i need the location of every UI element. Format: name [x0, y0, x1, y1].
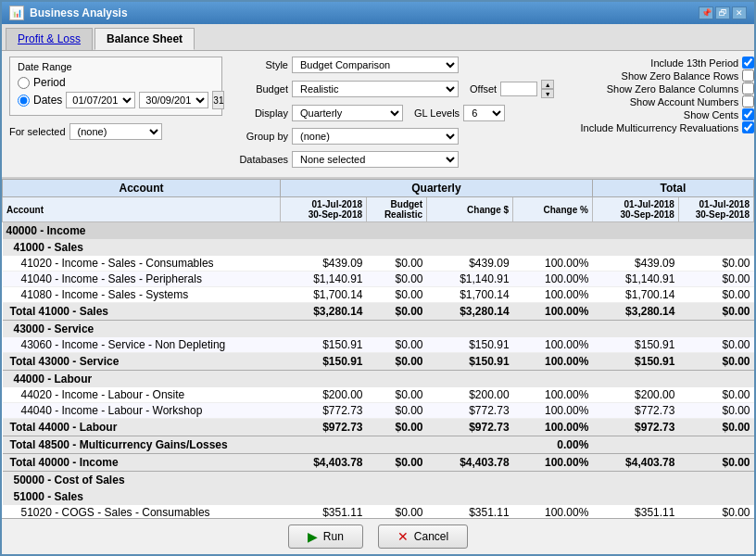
value-cell: $351.11 — [427, 505, 513, 518]
value-cell: $972.73 — [427, 419, 513, 436]
value-cell: $4,403.78 — [281, 454, 367, 472]
value-cell — [281, 488, 367, 505]
offset-input[interactable]: 0 — [500, 82, 537, 96]
value-cell: 100.00% — [513, 353, 593, 371]
value-cell — [281, 222, 367, 240]
gl-levels-select[interactable]: 6 — [463, 105, 505, 121]
zero-balance-cols-label: Show Zero Balance Columns — [607, 83, 738, 95]
zero-balance-cols-checkbox[interactable] — [742, 82, 754, 95]
display-row: Display Quarterly GL Levels 6 — [237, 105, 554, 121]
show-cents-checkbox[interactable] — [742, 108, 754, 120]
value-cell: $0.00 — [678, 287, 753, 303]
account-cell: 40000 - Income — [3, 222, 281, 240]
total-row: Total 41000 - Sales$3,280.14$0.00$3,280.… — [3, 303, 754, 321]
sub-section-row: 51000 - Sales — [3, 488, 754, 505]
value-cell: $3,280.14 — [281, 303, 367, 321]
restore-button[interactable]: 🗗 — [715, 6, 730, 19]
value-cell — [678, 371, 753, 388]
value-cell — [367, 488, 427, 505]
tab-profit-loss[interactable]: Profit & Loss — [6, 28, 93, 50]
value-cell: $0.00 — [678, 256, 753, 272]
value-cell — [427, 321, 513, 338]
value-cell — [367, 222, 427, 240]
group-by-select[interactable]: (none) — [292, 128, 459, 145]
sub-section-row: 43000 - Service — [3, 321, 754, 338]
value-cell — [281, 321, 367, 338]
value-cell — [367, 239, 427, 256]
account-cell: 41000 - Sales — [3, 239, 281, 256]
account-sub-header: Account — [3, 197, 281, 222]
dates-label: Dates — [33, 94, 62, 107]
include-13th-label: Include 13th Period — [650, 57, 738, 69]
gl-levels-label: GL Levels — [414, 107, 460, 119]
checkbox-zero-balance-rows: Show Zero Balance Rows — [569, 70, 754, 82]
value-cell — [592, 436, 678, 454]
for-selected-row: For selected (none) — [9, 123, 222, 140]
multicurrency-checkbox[interactable] — [742, 121, 754, 133]
value-cell: $1,140.91 — [427, 272, 513, 287]
title-bar: 📊 Business Analysis 📌 🗗 ✕ — [2, 2, 754, 24]
middle-panel: Style Budget Comparison Budget Realistic… — [237, 57, 554, 171]
account-cell: 44000 - Labour — [3, 371, 281, 388]
budget-row: Budget Realistic Offset 0 ▲ ▼ — [237, 80, 554, 98]
value-cell — [678, 239, 753, 256]
value-cell — [592, 488, 678, 505]
sub-section-row: 50000 - Cost of Sales — [3, 472, 754, 488]
value-cell — [281, 371, 367, 388]
period-radio[interactable] — [18, 77, 30, 89]
data-row: 41080 - Income - Sales - Systems$1,700.1… — [3, 287, 754, 303]
value-cell: $1,700.14 — [281, 287, 367, 303]
style-select[interactable]: Budget Comparison — [292, 57, 459, 73]
value-cell: $0.00 — [678, 272, 753, 287]
data-row: 43060 - Income - Service - Non Depleting… — [3, 337, 754, 353]
tab-balance-sheet[interactable]: Balance Sheet — [94, 28, 195, 50]
value-cell — [513, 222, 593, 240]
value-cell — [513, 371, 593, 388]
title-bar-controls: 📌 🗗 ✕ — [699, 6, 747, 19]
value-cell: $439.09 — [592, 256, 678, 272]
account-cell: Total 41000 - Sales — [3, 303, 281, 321]
date-range-box: Date Range Period Dates 01/07/2018 30/09… — [9, 57, 222, 116]
value-cell — [367, 371, 427, 388]
run-button[interactable]: ▶ Run — [288, 524, 363, 549]
value-cell — [513, 321, 593, 338]
checkbox-multicurrency: Include Multicurrency Revaluations — [569, 121, 754, 133]
sub-section-row: 44000 - Labour — [3, 371, 754, 388]
account-cell: Total 44000 - Labour — [3, 419, 281, 436]
total-row: Total 40000 - Income$4,403.78$0.00$4,403… — [3, 454, 754, 472]
date-to-select[interactable]: 30/09/2018 — [139, 92, 208, 108]
data-table: Account Quarterly Total Account 01-Jul-2… — [2, 179, 754, 518]
offset-down[interactable]: ▼ — [541, 89, 554, 98]
value-cell — [427, 371, 513, 388]
value-cell: $150.91 — [592, 337, 678, 353]
value-cell: 100.00% — [513, 256, 593, 272]
pin-button[interactable]: 📌 — [699, 6, 713, 19]
total-row: Total 43000 - Service$150.91$0.00$150.91… — [3, 353, 754, 371]
date-from-select[interactable]: 01/07/2018 — [66, 92, 135, 108]
title-bar-left: 📊 Business Analysis — [9, 6, 128, 20]
for-selected-select[interactable]: (none) — [69, 123, 162, 140]
account-cell: 43060 - Income - Service - Non Depleting — [3, 337, 281, 353]
include-13th-checkbox[interactable] — [742, 57, 754, 69]
calendar-button[interactable]: 31 — [212, 91, 224, 109]
dates-radio[interactable] — [18, 95, 30, 107]
value-cell — [678, 472, 753, 488]
app-icon: 📊 — [9, 6, 24, 20]
value-cell — [678, 436, 753, 454]
cancel-button[interactable]: ✕ Cancel — [378, 524, 468, 549]
account-numbers-checkbox[interactable] — [742, 95, 754, 107]
close-button[interactable]: ✕ — [732, 6, 747, 19]
value-cell: 100.00% — [513, 337, 593, 353]
display-select[interactable]: Quarterly — [292, 105, 403, 121]
window-title: Business Analysis — [30, 6, 128, 19]
value-cell: $0.00 — [678, 454, 753, 472]
value-cell: $972.73 — [281, 419, 367, 436]
cancel-icon: ✕ — [397, 529, 409, 544]
value-cell — [427, 222, 513, 240]
databases-select[interactable]: None selected — [292, 151, 459, 168]
offset-up[interactable]: ▲ — [541, 80, 554, 89]
style-label: Style — [237, 59, 288, 70]
budget-select[interactable]: Realistic — [292, 81, 459, 97]
zero-balance-rows-checkbox[interactable] — [742, 70, 754, 82]
value-cell: $351.11 — [592, 505, 678, 518]
